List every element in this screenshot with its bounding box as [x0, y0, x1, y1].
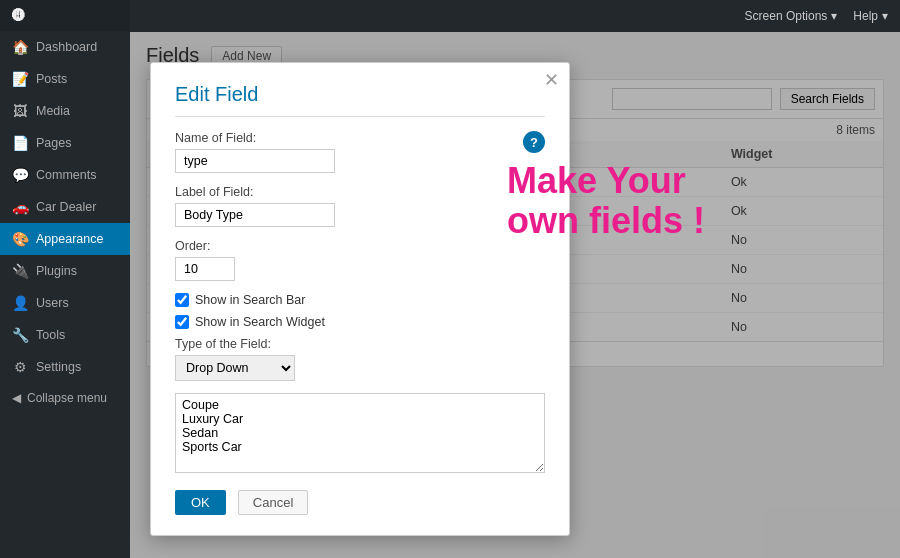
topbar: Screen Options ▾ Help ▾	[130, 0, 900, 32]
modal-actions: OK Cancel	[175, 490, 545, 515]
sidebar-item-dashboard[interactable]: 🏠 Dashboard	[0, 31, 130, 63]
label-of-field-input[interactable]	[175, 203, 335, 227]
show-search-bar-label: Show in Search Bar	[195, 293, 305, 307]
sidebar-item-tools[interactable]: 🔧 Tools	[0, 319, 130, 351]
car-dealer-icon: 🚗	[12, 199, 28, 215]
sidebar-label-media: Media	[36, 104, 70, 118]
sidebar-label-plugins: Plugins	[36, 264, 77, 278]
modal-overlay: ✕ Edit Field Name of Field: ? Make Your …	[130, 32, 900, 558]
main-content: Screen Options ▾ Help ▾ Fields Add New S…	[130, 0, 900, 558]
sidebar-label-comments: Comments	[36, 168, 96, 182]
show-search-widget-checkbox[interactable]	[175, 315, 189, 329]
sidebar-logo: 🅦	[0, 0, 130, 31]
name-of-field-row: Name of Field: ? Make Your own fields !	[175, 131, 545, 173]
ok-button[interactable]: OK	[175, 490, 226, 515]
type-of-field-select[interactable]: Drop Down Text Number	[175, 355, 295, 381]
sidebar-label-tools: Tools	[36, 328, 65, 342]
sidebar-item-plugins[interactable]: 🔌 Plugins	[0, 255, 130, 287]
page-area: Fields Add New Search Fields 8 items Lab…	[130, 32, 900, 558]
label-of-field-row: Label of Field:	[175, 185, 545, 227]
sidebar-label-posts: Posts	[36, 72, 67, 86]
settings-icon: ⚙	[12, 359, 28, 375]
show-search-bar-row: Show in Search Bar	[175, 293, 545, 307]
type-of-field-row: Type of the Field: Drop Down Text Number	[175, 337, 545, 381]
sidebar-label-settings: Settings	[36, 360, 81, 374]
sidebar-item-comments[interactable]: 💬 Comments	[0, 159, 130, 191]
appearance-icon: 🎨	[12, 231, 28, 247]
sidebar-item-media[interactable]: 🖼 Media	[0, 95, 130, 127]
screen-options-chevron-icon: ▾	[831, 9, 837, 23]
help-icon[interactable]: ?	[523, 131, 545, 153]
sidebar-label-pages: Pages	[36, 136, 71, 150]
order-row: Order:	[175, 239, 545, 281]
sidebar-item-settings[interactable]: ⚙ Settings	[0, 351, 130, 383]
sidebar: 🅦 🏠 Dashboard 📝 Posts 🖼 Media 📄 Pages 💬 …	[0, 0, 130, 558]
help-label: Help	[853, 9, 878, 23]
values-row: Coupe Luxury Car Sedan Sports Car	[175, 393, 545, 476]
modal-close-button[interactable]: ✕	[544, 71, 559, 89]
cancel-button[interactable]: Cancel	[238, 490, 308, 515]
order-label: Order:	[175, 239, 545, 253]
users-icon: 👤	[12, 295, 28, 311]
screen-options-label: Screen Options	[745, 9, 828, 23]
collapse-menu-btn[interactable]: ◀ Collapse menu	[0, 383, 130, 413]
help-chevron-icon: ▾	[882, 9, 888, 23]
collapse-menu-label: Collapse menu	[27, 391, 107, 405]
plugins-icon: 🔌	[12, 263, 28, 279]
posts-icon: 📝	[12, 71, 28, 87]
sidebar-item-users[interactable]: 👤 Users	[0, 287, 130, 319]
screen-options-btn[interactable]: Screen Options ▾	[745, 9, 838, 23]
show-search-widget-label: Show in Search Widget	[195, 315, 325, 329]
sidebar-item-car-dealer[interactable]: 🚗 Car Dealer	[0, 191, 130, 223]
name-of-field-label: Name of Field:	[175, 131, 545, 145]
sidebar-item-pages[interactable]: 📄 Pages	[0, 127, 130, 159]
sidebar-label-car-dealer: Car Dealer	[36, 200, 96, 214]
wp-icon: 🅦	[12, 8, 25, 23]
modal-title: Edit Field	[175, 83, 545, 117]
sidebar-item-appearance[interactable]: 🎨 Appearance	[0, 223, 130, 255]
show-search-widget-row: Show in Search Widget	[175, 315, 545, 329]
pages-icon: 📄	[12, 135, 28, 151]
name-of-field-input[interactable]	[175, 149, 335, 173]
edit-field-modal: ✕ Edit Field Name of Field: ? Make Your …	[150, 62, 570, 536]
order-input[interactable]	[175, 257, 235, 281]
collapse-arrow-icon: ◀	[12, 391, 21, 405]
show-search-bar-checkbox[interactable]	[175, 293, 189, 307]
sidebar-label-dashboard: Dashboard	[36, 40, 97, 54]
tools-icon: 🔧	[12, 327, 28, 343]
sidebar-label-appearance: Appearance	[36, 232, 103, 246]
comments-icon: 💬	[12, 167, 28, 183]
sidebar-item-posts[interactable]: 📝 Posts	[0, 63, 130, 95]
values-textarea[interactable]: Coupe Luxury Car Sedan Sports Car	[175, 393, 545, 473]
dashboard-icon: 🏠	[12, 39, 28, 55]
help-btn[interactable]: Help ▾	[853, 9, 888, 23]
type-of-field-label: Type of the Field:	[175, 337, 545, 351]
sidebar-label-users: Users	[36, 296, 69, 310]
label-of-field-label: Label of Field:	[175, 185, 545, 199]
media-icon: 🖼	[12, 103, 28, 119]
